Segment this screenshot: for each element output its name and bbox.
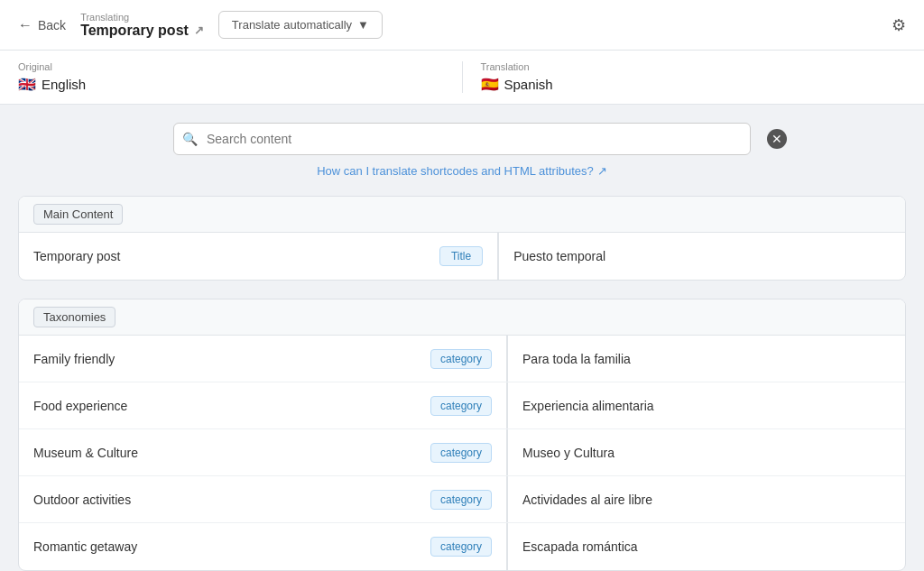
close-icon: ✕	[772, 133, 782, 145]
original-lang-text: English	[42, 77, 86, 92]
settings-icon[interactable]: ⚙	[892, 15, 906, 35]
translation-label: Translation	[481, 61, 907, 72]
type-badge-category: category	[430, 349, 492, 369]
type-badge-category: category	[430, 443, 492, 463]
translate-automatically-button[interactable]: Translate automatically ▼	[218, 11, 383, 39]
back-button[interactable]: ← Back	[18, 17, 66, 33]
table-row: Temporary post Title Puesto temporal	[19, 233, 905, 280]
type-badge-category: category	[430, 490, 492, 510]
row-type-badge: Title	[425, 246, 497, 266]
row-type-badge: category	[416, 396, 506, 416]
translation-lang-text: Spanish	[504, 77, 553, 92]
search-icon: 🔍	[182, 132, 198, 146]
original-language-section: Original 🇬🇧 English	[18, 61, 444, 93]
row-type-badge: category	[416, 349, 506, 369]
table-row: Romantic getaway category Escapada román…	[19, 523, 905, 570]
external-link-icon[interactable]: ↗	[194, 23, 204, 37]
row-source-text: Romantic getaway	[19, 529, 416, 565]
taxonomies-section: Taxonomies Family friendly category Para…	[18, 299, 906, 571]
taxonomies-header: Taxonomies	[19, 299, 905, 336]
table-row: Outdoor activities category Actividades …	[19, 476, 905, 523]
row-translation-text: Actividades al aire libre	[508, 482, 905, 518]
row-translation-text: Experiencia alimentaria	[508, 388, 905, 424]
type-badge-category: category	[430, 396, 492, 416]
table-row: Food experience category Experiencia ali…	[19, 382, 905, 429]
main-content-header: Main Content	[19, 197, 905, 233]
row-source-text: Food experience	[19, 388, 416, 424]
main-content-section: Main Content Temporary post Title Puesto…	[18, 196, 906, 281]
type-badge-category: category	[430, 537, 492, 557]
row-type-badge: category	[416, 537, 506, 557]
row-translation-text: Para toda la familia	[508, 341, 905, 377]
main-content-badge: Main Content	[33, 204, 123, 225]
post-title: Temporary post ↗	[80, 23, 204, 39]
table-row: Museum & Culture category Museo y Cultur…	[19, 429, 905, 476]
row-translation-text: Puesto temporal	[499, 238, 905, 274]
translating-label: Translating	[80, 12, 204, 23]
search-container: 🔍 ✕	[173, 123, 751, 155]
main-content-area: 🔍 ✕ How can I translate shortcodes and H…	[0, 105, 924, 571]
search-clear-button[interactable]: ✕	[767, 129, 787, 149]
header: ← Back Translating Temporary post ↗ Tran…	[0, 0, 924, 51]
translation-language-name: 🇪🇸 Spanish	[481, 76, 907, 93]
language-bar: Original 🇬🇧 English Translation 🇪🇸 Spani…	[0, 51, 924, 105]
row-translation-text: Escapada romántica	[508, 529, 905, 565]
row-source-text: Temporary post	[19, 238, 425, 274]
row-type-badge: category	[416, 443, 506, 463]
row-source-text: Outdoor activities	[19, 482, 416, 518]
row-translation-text: Museo y Cultura	[508, 435, 905, 471]
header-left: ← Back Translating Temporary post ↗ Tran…	[18, 11, 383, 39]
row-source-text: Family friendly	[19, 341, 416, 377]
original-language-name: 🇬🇧 English	[18, 76, 444, 93]
translating-info: Translating Temporary post ↗	[80, 12, 204, 39]
translate-auto-label: Translate automatically	[232, 18, 352, 32]
shortcodes-hint-link[interactable]: How can I translate shortcodes and HTML …	[18, 164, 906, 178]
row-source-text: Museum & Culture	[19, 435, 416, 471]
translation-language-section: Translation 🇪🇸 Spanish	[481, 61, 907, 93]
taxonomies-badge: Taxonomies	[33, 307, 116, 327]
translation-flag: 🇪🇸	[481, 76, 499, 93]
row-type-badge: category	[416, 490, 506, 510]
translate-auto-arrow-icon: ▼	[357, 18, 369, 32]
type-badge-title: Title	[439, 246, 483, 266]
external-link-small-icon: ↗	[597, 164, 607, 178]
original-flag: 🇬🇧	[18, 76, 36, 93]
back-arrow-icon: ←	[18, 17, 32, 33]
language-divider	[462, 61, 463, 93]
search-input[interactable]	[173, 123, 751, 155]
original-label: Original	[18, 61, 444, 72]
back-label: Back	[38, 18, 66, 32]
table-row: Family friendly category Para toda la fa…	[19, 336, 905, 382]
